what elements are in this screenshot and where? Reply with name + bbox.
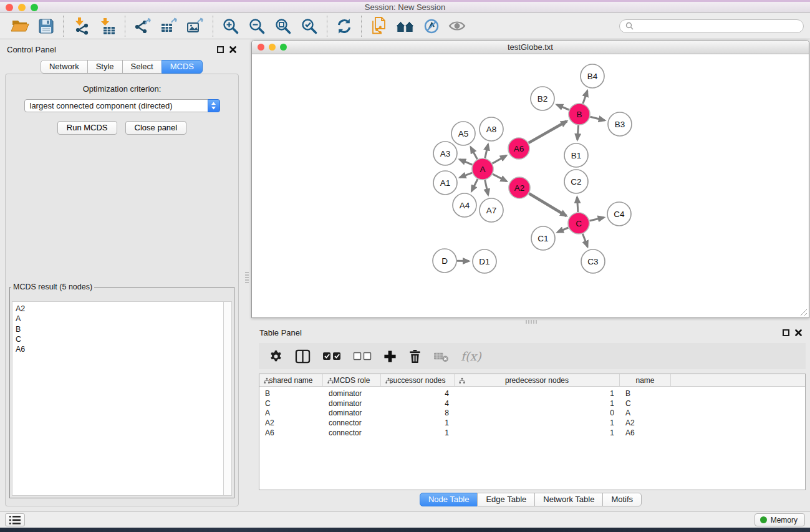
import-table-icon[interactable] — [94, 15, 120, 37]
select-all-icon[interactable] — [322, 351, 341, 361]
graph-edge-A-A7[interactable] — [485, 180, 488, 195]
table-tabs: Node Table Edge Table Network Table Moti… — [251, 493, 810, 506]
graph-node-label: C1 — [538, 234, 548, 243]
window-title: Session: New Session — [365, 2, 445, 12]
table-row[interactable]: A6connector11A6 — [259, 428, 805, 438]
zoom-in-icon[interactable] — [218, 15, 244, 37]
export-table-icon[interactable] — [156, 15, 182, 37]
show-task-history-button[interactable] — [5, 513, 25, 526]
graph-edge-B-B4[interactable] — [583, 91, 587, 104]
column-header-mcds-role[interactable]: MCDS role — [323, 374, 381, 386]
graph-edge-A2-C[interactable] — [529, 193, 566, 216]
tab-select[interactable]: Select — [122, 60, 162, 74]
add-column-icon[interactable] — [383, 350, 397, 363]
table-settings-icon[interactable] — [269, 349, 283, 364]
column-header-shared-name[interactable]: shared name — [259, 374, 323, 386]
graph-node-label: A7 — [486, 206, 497, 215]
bird-eye-view-icon[interactable] — [444, 15, 470, 37]
column-type-icon — [264, 377, 270, 384]
graph-edge-C-C3[interactable] — [582, 234, 587, 247]
zoom-selected-icon[interactable] — [296, 15, 322, 37]
search-field[interactable] — [619, 19, 804, 33]
close-panel-button[interactable]: Close panel — [125, 121, 187, 135]
minimize-network-window-button[interactable] — [269, 44, 276, 51]
export-network-icon[interactable] — [130, 15, 156, 37]
open-session-icon[interactable] — [6, 15, 34, 37]
mcds-result-item[interactable]: A2 — [16, 304, 223, 314]
column-header-name[interactable]: name — [620, 374, 671, 386]
graph-edge-A-A5[interactable] — [471, 147, 478, 159]
graph-edge-B-B2[interactable] — [557, 105, 569, 110]
table-row[interactable]: A2connector11A2 — [259, 418, 805, 428]
column-header-successor-nodes[interactable]: successor nodes — [381, 374, 455, 386]
graph-edge-A6-B[interactable] — [529, 121, 567, 143]
network-canvas[interactable]: AA1A2A3A4A5A6A7A8BB1B2B3B4CC1C2C3C4DD1 — [253, 55, 808, 317]
table-row[interactable]: Adominator80A — [259, 409, 805, 418]
mcds-result-item[interactable]: A — [16, 314, 223, 324]
vertical-splitter[interactable] — [243, 40, 251, 511]
zoom-network-window-button[interactable] — [280, 44, 287, 51]
table-cell: connector — [323, 428, 381, 437]
mcds-result-item[interactable]: C — [16, 334, 223, 344]
export-image-icon[interactable] — [182, 15, 208, 37]
graph-edge-C-C4[interactable] — [590, 218, 604, 221]
zoom-fit-icon[interactable] — [270, 15, 296, 37]
zoom-out-icon[interactable] — [244, 15, 270, 37]
table-cell: 1 — [455, 428, 620, 437]
table-cell: A — [620, 409, 671, 417]
delete-columns-icon[interactable] — [408, 349, 422, 364]
network-from-file-icon[interactable] — [366, 15, 391, 37]
import-network-icon[interactable] — [68, 15, 94, 37]
table-row[interactable]: Cdominator41C — [259, 399, 805, 409]
tab-edge-table[interactable]: Edge Table — [477, 493, 535, 506]
splitter-grip[interactable] — [245, 272, 249, 283]
mcds-result-item[interactable]: B — [16, 324, 223, 334]
graph-edge-A-A8[interactable] — [485, 144, 488, 158]
close-table-panel-icon[interactable] — [795, 329, 802, 336]
float-table-panel-icon[interactable] — [783, 329, 789, 336]
graph-edge-A-A3[interactable] — [460, 160, 472, 165]
graph-edge-A-A2[interactable] — [493, 174, 507, 181]
graph-edge-B-B3[interactable] — [591, 117, 605, 120]
network-graph[interactable]: AA1A2A3A4A5A6A7A8BB1B2B3B4CC1C2C3C4DD1 — [253, 55, 809, 318]
refresh-layout-icon[interactable] — [332, 15, 357, 37]
search-input[interactable] — [637, 21, 798, 31]
tab-network[interactable]: Network — [41, 60, 88, 74]
graph-edge-B-B1[interactable] — [577, 125, 579, 140]
zoom-window-button[interactable] — [31, 4, 38, 11]
close-panel-icon[interactable] — [229, 46, 236, 53]
table-cell: 4 — [381, 399, 455, 408]
graph-node-label: A1 — [440, 178, 451, 188]
split-panel-icon[interactable] — [295, 349, 311, 364]
home-layout-icon[interactable] — [391, 15, 419, 37]
graph-edge-C-C2[interactable] — [577, 197, 578, 212]
function-builder-icon[interactable]: f(x) — [461, 349, 481, 363]
graph-edge-A-A1[interactable] — [460, 173, 473, 177]
deselect-all-icon[interactable] — [353, 351, 372, 361]
float-panel-icon[interactable] — [217, 46, 224, 53]
horizontal-splitter-grip[interactable] — [526, 320, 537, 324]
column-header-predecessor-nodes[interactable]: predecessor nodes — [455, 374, 620, 386]
result-scrollbar[interactable] — [223, 302, 231, 495]
tab-motifs[interactable]: Motifs — [602, 493, 642, 506]
graph-edge-A-A6[interactable] — [493, 155, 506, 163]
criterion-dropdown[interactable]: largest connected component (directed) — [24, 99, 220, 112]
save-session-icon[interactable] — [34, 15, 59, 37]
tab-network-table[interactable]: Network Table — [534, 493, 603, 506]
tab-style[interactable]: Style — [87, 60, 123, 74]
memory-button[interactable]: Memory — [755, 513, 805, 526]
graph-node-label: B1 — [571, 151, 582, 160]
minimize-window-button[interactable] — [18, 4, 26, 11]
close-network-window-button[interactable] — [258, 44, 264, 51]
graph-edge-A-A4[interactable] — [471, 179, 478, 191]
delete-table-icon[interactable] — [433, 350, 449, 363]
tab-node-table[interactable]: Node Table — [420, 493, 478, 506]
graph-edge-C-C1[interactable] — [557, 228, 568, 232]
toolbar-separator — [213, 16, 213, 37]
mcds-result-item[interactable]: A6 — [16, 344, 223, 354]
run-mcds-button[interactable]: Run MCDS — [57, 121, 117, 135]
close-window-button[interactable] — [6, 4, 13, 11]
hide-graphics-details-icon[interactable] — [419, 15, 444, 37]
table-row[interactable]: Bdominator41B — [259, 389, 805, 399]
tab-mcds[interactable]: MCDS — [162, 60, 203, 74]
